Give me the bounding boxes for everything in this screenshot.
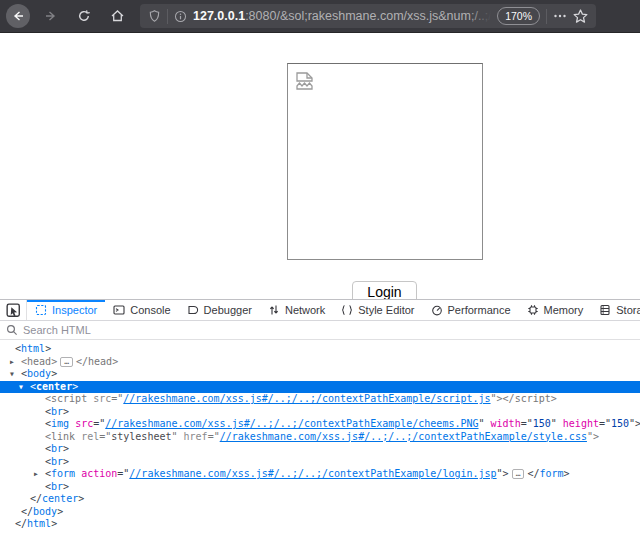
attribute-link[interactable]: //rakeshmane.com/xss.js#/..;/..;/context…	[129, 468, 496, 479]
code-segment: body	[33, 506, 57, 517]
network-icon	[268, 304, 280, 316]
code-segment: script	[515, 393, 551, 404]
code-segment: >	[51, 356, 57, 367]
expand-arrow[interactable]: ▼	[10, 368, 14, 381]
inspector-icon	[35, 304, 47, 316]
code-segment: >	[57, 506, 63, 517]
search-html-input[interactable]	[23, 324, 634, 336]
expand-arrow[interactable]: ▼	[19, 381, 23, 394]
reload-button[interactable]	[72, 4, 96, 28]
code-segment: br	[51, 443, 63, 454]
code-segment: "	[551, 418, 563, 429]
tab-label: Inspector	[52, 304, 97, 316]
tree-row[interactable]: </html>	[0, 518, 640, 531]
code-segment: center	[36, 381, 72, 392]
node-picker-icon	[6, 303, 21, 318]
code-segment: href	[184, 431, 208, 442]
tree-row[interactable]: <link rel="stylesheet" href="//rakeshman…	[0, 431, 640, 444]
tab-label: Network	[285, 304, 325, 316]
expand-arrow[interactable]: ▶	[10, 356, 14, 369]
zoom-level-badge[interactable]: 170%	[497, 7, 540, 25]
code-segment: </	[527, 468, 539, 479]
code-segment: ">	[497, 468, 509, 479]
tab-memory[interactable]: Memory	[519, 300, 592, 320]
url-host: 127.0.0.1	[193, 9, 245, 23]
tab-debugger[interactable]: Debugger	[179, 300, 260, 320]
code-segment: 150	[533, 418, 551, 429]
expand-arrow[interactable]: ▶	[34, 468, 38, 481]
code-segment: "	[479, 418, 491, 429]
code-segment: ="	[599, 418, 611, 429]
tree-row[interactable]: </center>	[0, 493, 640, 506]
tree-row[interactable]: </body>	[0, 506, 640, 519]
code-segment: >	[72, 381, 78, 392]
tab-style-editor[interactable]: Style Editor	[333, 300, 422, 320]
tree-row[interactable]: ▶<form action="//rakeshmane.com/xss.js#/…	[0, 468, 640, 481]
url-bar[interactable]: 127.0.0.1:8080/&sol;rakeshmane.com/xss.j…	[140, 4, 596, 28]
tree-row[interactable]: ▼<body>	[0, 368, 640, 381]
urlbar-separator	[546, 9, 547, 24]
tab-inspector[interactable]: Inspector	[27, 300, 105, 320]
code-segment: link	[51, 431, 75, 442]
markup-tree: <html>▶<head>…</head>▼<body>▼<center><sc…	[0, 342, 640, 558]
code-segment: ="	[208, 431, 220, 442]
code-segment: src	[93, 393, 111, 404]
code-segment: </	[21, 506, 33, 517]
tree-row[interactable]: <br>	[0, 456, 640, 469]
devtools-panel: InspectorConsoleDebuggerNetworkStyle Edi…	[0, 299, 640, 558]
tree-row[interactable]: <html>	[0, 343, 640, 356]
tree-row[interactable]: ▶<head>…</head>	[0, 356, 640, 369]
code-segment: ="	[111, 393, 123, 404]
node-picker-button[interactable]	[0, 300, 27, 320]
tab-network[interactable]: Network	[260, 300, 333, 320]
code-segment: form	[51, 468, 75, 479]
tree-row[interactable]: ▼<center>	[0, 381, 640, 394]
back-button[interactable]	[6, 4, 30, 28]
tab-label: Debugger	[204, 304, 252, 316]
code-segment: >	[51, 518, 57, 529]
debugger-icon	[187, 304, 199, 316]
forward-button[interactable]	[39, 4, 63, 28]
code-segment: >	[45, 343, 51, 354]
code-segment: ">	[629, 418, 640, 429]
ellipsis-badge[interactable]: …	[512, 469, 525, 479]
home-icon	[110, 9, 125, 23]
attribute-link[interactable]: //rakeshmane.com/xss.js#/..;/..;/context…	[123, 393, 490, 404]
page-actions-icon[interactable]	[553, 13, 567, 19]
tree-row[interactable]: <script src="//rakeshmane.com/xss.js#/..…	[0, 393, 640, 406]
bookmark-star-icon[interactable]	[573, 9, 588, 24]
attribute-link[interactable]: //rakeshmane.com/xss.js#/..;/..;/context…	[220, 431, 587, 442]
code-segment: br	[51, 481, 63, 492]
code-segment: "	[171, 431, 183, 442]
home-button[interactable]	[105, 4, 129, 28]
tree-row[interactable]: <br>	[0, 406, 640, 419]
site-info-icon[interactable]	[174, 10, 187, 23]
code-segment: 150	[611, 418, 629, 429]
code-segment: ="	[521, 418, 533, 429]
code-segment: rel	[81, 431, 99, 442]
forward-arrow-icon	[44, 9, 58, 23]
ellipsis-badge[interactable]: …	[60, 357, 73, 367]
code-segment: >	[564, 468, 570, 479]
tab-performance[interactable]: Performance	[423, 300, 519, 320]
login-button[interactable]: Login	[352, 281, 417, 299]
tab-console[interactable]: Console	[105, 300, 178, 320]
browser-toolbar: 127.0.0.1:8080/&sol;rakeshmane.com/xss.j…	[0, 0, 640, 33]
urlbar-separator	[167, 9, 168, 24]
tree-row[interactable]: <img src="//rakeshmane.com/xss.js#/..;/.…	[0, 418, 640, 431]
url-text[interactable]: 127.0.0.1:8080/&sol;rakeshmane.com/xss.j…	[193, 9, 491, 23]
tree-row[interactable]: <br>	[0, 481, 640, 494]
code-segment: br	[51, 406, 63, 417]
attribute-link[interactable]: //rakeshmane.com/xss.js#/..;/..;/context…	[105, 418, 478, 429]
tab-label: Memory	[544, 304, 584, 316]
code-segment: width	[491, 418, 521, 429]
code-segment: html	[27, 518, 51, 529]
tree-row[interactable]: <br>	[0, 443, 640, 456]
tab-storage[interactable]: Storage	[591, 300, 640, 320]
reload-icon	[77, 9, 91, 23]
tracking-protection-shield-icon[interactable]	[148, 9, 161, 23]
code-segment: img	[51, 418, 69, 429]
console-icon	[113, 304, 125, 316]
devtools-tabs: InspectorConsoleDebuggerNetworkStyle Edi…	[27, 300, 640, 320]
code-segment: body	[27, 368, 51, 379]
